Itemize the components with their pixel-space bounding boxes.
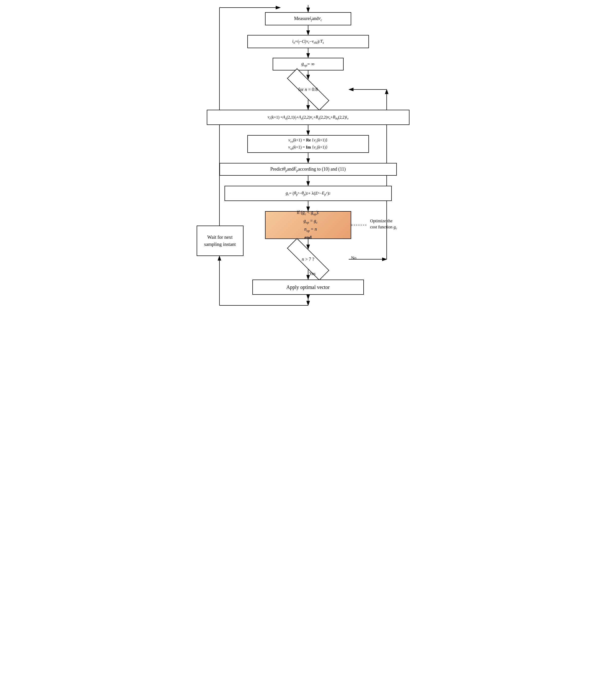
apply-box: Apply optimal vector	[252, 279, 364, 295]
vcbeta-line: vcβ(k+1) = Im {vc(k+1)}	[289, 144, 327, 151]
io-equation-box: io = if − C(vc − vold)/Ts	[247, 35, 369, 48]
for-loop-diamond: for n = 0:8	[273, 79, 344, 100]
gop-box: gop = ∞	[273, 58, 344, 70]
nop-update: nop = n	[299, 225, 317, 234]
yes-label: Yes	[309, 271, 316, 276]
measure-box: Measure if and vc	[265, 12, 351, 25]
predict-theta-box: Predict θp and Ep according to (10) and …	[219, 163, 397, 176]
gc-equation-box: gc = (θp* − θp)2 + λ(E* − Ep*)2	[225, 186, 392, 201]
optimize-label: Optimize thecost function gc	[370, 218, 411, 230]
flowchart-container: Measure if and vc io = if − C(vc − vold)…	[194, 5, 422, 271]
if-condition: if (gc < gop):	[297, 209, 319, 217]
vcalpha-line: vcα(k+1) = Re {vc(k+1)}	[289, 137, 327, 144]
if-block-box: if (gc < gop): gop = gc nop = n end	[265, 211, 351, 239]
no-label: No	[351, 255, 357, 261]
n-gt-7-label: n > 7 ?	[302, 257, 314, 262]
n-gt-7-diamond: n > 7 ?	[273, 249, 344, 269]
vc-predict-box: vc(k+1) = Aq(2,1)if + Aq(2,2)vc + Bq(2,2…	[207, 110, 410, 125]
end-keyword: end	[304, 234, 311, 241]
vc-alpha-beta-box: vcα(k+1) = Re {vc(k+1)} vcβ(k+1) = Im {v…	[247, 135, 369, 153]
for-loop-label: for n = 0:8	[298, 87, 318, 92]
wait-box: Wait for nextsampling instant	[197, 226, 243, 256]
gop-update: gop = gc	[298, 217, 318, 225]
